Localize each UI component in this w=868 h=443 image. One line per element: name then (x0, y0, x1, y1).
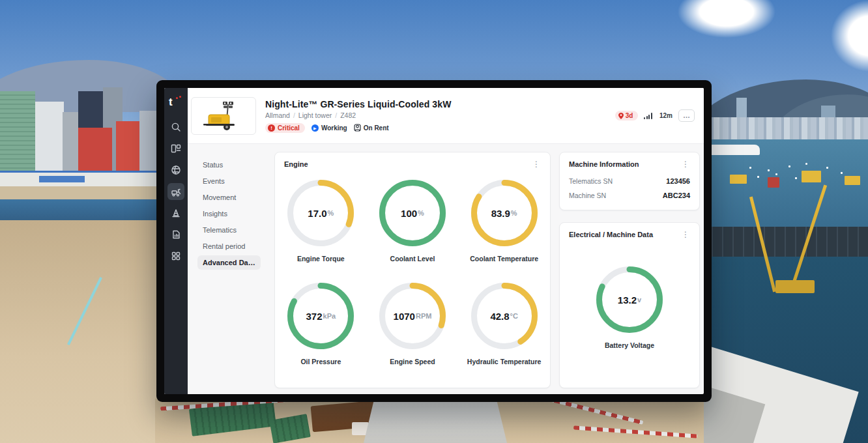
last-signal-time: 12m (659, 112, 673, 119)
gauge-label: Battery Voltage (605, 341, 654, 349)
breadcrumb: Allmand / Light tower / Z482 (265, 111, 451, 119)
nav-item-insights[interactable]: Insights (197, 207, 261, 221)
electrical-machine-data-card: Electrical / Machine Data ⋮ 13.2v Batter… (559, 222, 700, 388)
nav-item-movement[interactable]: Movement (197, 190, 261, 205)
nav-item-events[interactable]: Events (197, 174, 261, 188)
gauge-label: Coolant Temperature (470, 255, 538, 263)
gauge-grid: 17.0% Engine Torque 100% Coolant Level (275, 168, 550, 365)
gauge-value: 83.9 (491, 208, 510, 219)
signal-bars-icon (644, 113, 652, 119)
header-more-button[interactable]: … (678, 109, 695, 122)
gauge-label: Oil Pressure (300, 358, 341, 365)
gauge-unit: RPM (416, 312, 431, 320)
gauge-engine-torque: 17.0% Engine Torque (287, 179, 354, 263)
nav-item-status[interactable]: Status (197, 158, 261, 172)
breadcrumb-item[interactable]: Allmand (265, 111, 290, 119)
monitor-stand (364, 401, 507, 443)
building (116, 121, 141, 171)
gauge-value: 13.2 (618, 294, 637, 306)
fleet-app-window: t (164, 88, 704, 394)
gauge-ring: 42.8°C (470, 282, 538, 350)
map-pin-icon (618, 113, 624, 119)
gauge-value: 372 (306, 311, 323, 322)
gauge-ring: 13.2v (596, 266, 663, 334)
sailboats (749, 167, 751, 169)
building (139, 111, 158, 171)
gauge-ring: 372kPa (287, 282, 354, 350)
gauge-value: 17.0 (308, 208, 326, 219)
gauge-label: Hydraulic Temperature (467, 358, 542, 365)
card-title: Machine Information (569, 160, 639, 168)
search-icon[interactable] (167, 119, 184, 136)
gauge-unit: kPa (323, 312, 336, 320)
location-age-badge: 3d (615, 111, 639, 121)
card-menu-icon[interactable]: ⋮ (680, 231, 691, 238)
card-title: Engine (284, 160, 308, 168)
gauge-value: 100 (401, 208, 417, 219)
gauge-ring: 83.9% (470, 179, 538, 247)
construction-ground (0, 220, 158, 443)
status-badge-working: ▶ Working (311, 124, 347, 132)
ground (0, 186, 158, 201)
nav-item-rental-period[interactable]: Rental period (197, 239, 261, 253)
nav-item-advanced-data[interactable]: Advanced Data Di... (197, 255, 261, 270)
building (78, 128, 112, 171)
machine-subnav: Status Events Movement Insights Telemati… (188, 152, 266, 388)
breadcrumb-item[interactable]: Z482 (340, 111, 356, 119)
status-badge-on-rent: On Rent (354, 124, 389, 132)
nav-item-telematics[interactable]: Telematics (197, 223, 261, 237)
gauge-battery-voltage: 13.2v Battery Voltage (596, 266, 663, 349)
globe-icon[interactable] (167, 162, 184, 179)
working-play-icon: ▶ (311, 124, 319, 132)
status-badge-critical: ! Critical (265, 123, 305, 133)
gauge-engine-speed: 1070RPM Engine Speed (379, 282, 446, 365)
page-title: Night-Lite™ GR-Series Liquid-Cooled 3kW (265, 99, 451, 109)
on-rent-icon (354, 124, 361, 132)
gauge-unit: % (511, 209, 517, 217)
gauge-hydraulic-temperature: 42.8°C Hydraulic Temperature (467, 282, 542, 365)
trackunit-logo-icon[interactable]: t (169, 95, 183, 111)
card-menu-icon[interactable]: ⋮ (531, 161, 542, 167)
critical-icon: ! (268, 124, 275, 132)
gauge-ring: 1070RPM (379, 282, 446, 350)
warehouse-roof (39, 176, 85, 182)
gauge-unit: v (637, 296, 641, 304)
info-row-telematics-sn: Telematics SN 123456 (569, 177, 690, 185)
card-title: Electrical / Machine Data (569, 231, 653, 238)
light-tower-image (198, 100, 249, 132)
machine-information-card: Machine Information ⋮ Telematics SN 1234… (559, 152, 700, 210)
engine-card: Engine ⋮ 17.0% Engine Torque (274, 152, 551, 388)
gauge-unit: % (418, 209, 424, 217)
breadcrumb-item[interactable]: Light tower (298, 111, 332, 119)
building (63, 112, 80, 173)
gauge-unit: % (328, 209, 334, 217)
desktop-scene: t (0, 0, 868, 443)
machines-icon[interactable] (167, 183, 184, 200)
report-icon[interactable] (167, 226, 184, 243)
gauge-unit: °C (510, 312, 518, 320)
gauge-coolant-temperature: 83.9% Coolant Temperature (470, 179, 538, 263)
building (35, 102, 64, 173)
site-cone-icon[interactable] (167, 205, 184, 222)
pier (702, 227, 868, 257)
gauge-ring: 100% (379, 179, 446, 247)
gauge-label: Engine Torque (297, 255, 345, 263)
water-channel (0, 199, 158, 222)
barge (802, 171, 821, 182)
barge (768, 177, 779, 188)
gauge-value: 1070 (394, 311, 415, 322)
card-menu-icon[interactable]: ⋮ (680, 161, 691, 167)
icon-rail: t (164, 88, 188, 394)
gauge-ring: 17.0% (287, 179, 354, 247)
monitor-frame: t (156, 80, 712, 402)
machine-header: Night-Lite™ GR-Series Liquid-Cooled 3kW … (188, 88, 704, 144)
dashboard-icon[interactable] (167, 140, 184, 157)
building (0, 91, 35, 173)
gauge-coolant-level: 100% Coolant Level (379, 179, 446, 263)
barge (845, 176, 860, 185)
gauge-value: 42.8 (490, 311, 509, 322)
apps-grid-icon[interactable] (167, 248, 184, 264)
machine-thumbnail (191, 97, 256, 135)
info-row-machine-sn: Machine SN ABC234 (569, 192, 690, 199)
gauge-label: Coolant Level (390, 255, 435, 263)
